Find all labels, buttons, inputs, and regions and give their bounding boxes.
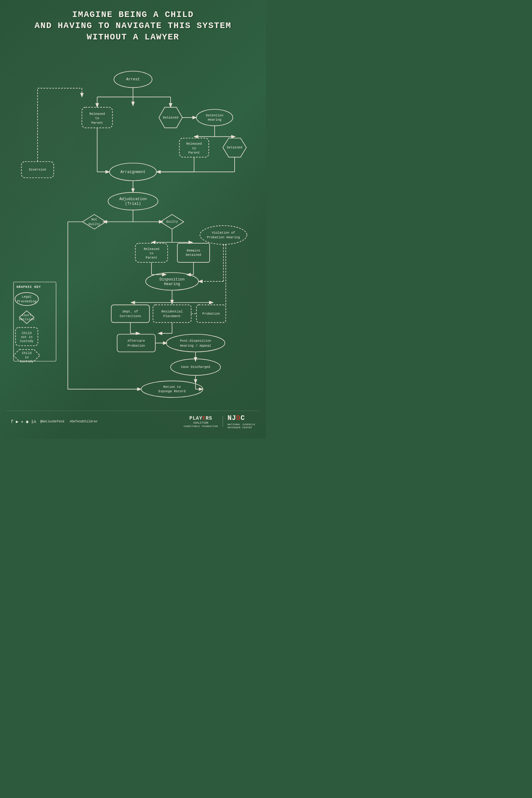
svg-text:Child: Child (22, 331, 32, 335)
svg-text:Released: Released (89, 112, 105, 116)
arrest-label: Arrest (126, 77, 140, 81)
svg-text:Hearing: Hearing (208, 118, 221, 121)
svg-text:to: to (192, 147, 196, 150)
svg-text:Guilty: Guilty (88, 222, 100, 226)
svg-text:(Trial): (Trial) (125, 202, 141, 206)
title-line1: IMAGINE BEING A CHILD (12, 9, 254, 20)
svg-text:to: to (95, 117, 99, 120)
main-container: IMAGINE BEING A CHILD AND HAVING TO NAVI… (0, 0, 266, 439)
svg-point-114 (15, 292, 38, 305)
svg-text:Placement: Placement (164, 314, 181, 318)
svg-rect-81 (153, 305, 191, 322)
flowchart-svg: .chalk-text { fill: #f5f0e8; font-family… (6, 54, 260, 407)
svg-text:in: in (25, 356, 28, 359)
footer: f ▶ ✦ ◉ in @NatJuvDefend #DefendChildren… (6, 411, 260, 432)
svg-text:Remains: Remains (187, 249, 200, 252)
svg-text:Hearing / Appeal: Hearing / Appeal (180, 344, 211, 347)
svg-text:Probation Hearing: Probation Hearing (207, 235, 240, 239)
svg-text:Residential: Residential (161, 310, 183, 314)
svg-text:Post-Disposition: Post-Disposition (180, 339, 211, 343)
svg-text:Released: Released (144, 247, 159, 251)
svg-text:Arraignment: Arraignment (120, 170, 146, 174)
svg-text:Detention: Detention (206, 114, 224, 117)
svg-text:Parent: Parent (188, 151, 200, 155)
svg-text:Decision: Decision (19, 318, 35, 321)
flowchart-area: .chalk-text { fill: #f5f0e8; font-family… (6, 54, 260, 407)
svg-text:Custody: Custody (20, 339, 34, 343)
title-line2: AND HAVING TO NAVIGATE THIS SYSTEM (12, 20, 254, 32)
linkedin-icon[interactable]: in (31, 419, 36, 424)
svg-text:Child: Child (22, 352, 32, 355)
svg-text:Legal: Legal (22, 295, 32, 299)
njdc-line1: NATIONAL JUVENILE (228, 423, 255, 426)
svg-text:Not: Not (92, 218, 97, 222)
svg-point-104 (141, 381, 203, 397)
social-handles: @NatJuvDefend #DefendChildren (40, 420, 98, 423)
youtube-icon[interactable]: ▶ (16, 419, 18, 424)
twitter-handle: @NatJuvDefend (40, 420, 64, 423)
svg-text:Parent: Parent (92, 121, 103, 125)
svg-point-15 (196, 109, 233, 126)
svg-text:Court: Court (22, 314, 32, 318)
title-line3: WITHOUT A LAWYER (12, 32, 254, 43)
svg-text:Probation: Probation (128, 344, 145, 347)
njdc-logo: NJDC NATIONAL JUVENILE DEFENDER CENTER (228, 414, 255, 429)
svg-text:Case Discharged: Case Discharged (181, 365, 210, 369)
svg-text:Violation of: Violation of (212, 231, 235, 235)
svg-text:Adjudication: Adjudication (119, 197, 147, 201)
svg-text:Custody: Custody (20, 360, 34, 363)
svg-marker-47 (82, 214, 106, 229)
pc-name: PLAYERS (184, 416, 218, 421)
njdc-line2: DEFENDER CENTER (228, 426, 255, 429)
svg-rect-78 (111, 305, 149, 322)
njdc-abbr: NJDC (228, 414, 255, 423)
svg-text:Proceeding: Proceeding (17, 300, 36, 303)
twitter-icon[interactable]: ✦ (21, 419, 23, 424)
social-section: f ▶ ✦ ◉ in @NatJuvDefend #DefendChildren (11, 419, 98, 424)
instagram-icon[interactable]: ◉ (26, 419, 28, 424)
svg-text:Disposition: Disposition (159, 278, 185, 282)
svg-text:Motion to: Motion to (164, 385, 181, 389)
svg-rect-93 (117, 334, 155, 352)
svg-text:Dept. of: Dept. of (122, 310, 138, 314)
svg-text:Detained: Detained (227, 146, 242, 149)
hashtag: #DefendChildren (70, 420, 98, 423)
pc-full-name: COALITION (184, 421, 218, 425)
svg-text:Corrections: Corrections (120, 314, 141, 318)
svg-text:Parent: Parent (146, 256, 157, 260)
svg-text:Detained: Detained (186, 253, 201, 257)
svg-text:Released: Released (186, 142, 202, 146)
svg-text:Diversion: Diversion (29, 168, 46, 172)
main-title: IMAGINE BEING A CHILD AND HAVING TO NAVI… (6, 6, 260, 46)
facebook-icon[interactable]: f (11, 419, 13, 424)
svg-text:GRAPHIC KEY: GRAPHIC KEY (16, 285, 41, 289)
logos-section: PLAYERS COALITION CHARITABLE FOUNDATION … (184, 414, 255, 429)
svg-text:Aftercare: Aftercare (128, 339, 145, 343)
svg-point-52 (200, 226, 247, 244)
svg-text:Hearing: Hearing (164, 282, 180, 286)
svg-point-97 (166, 334, 225, 352)
svg-text:Probation: Probation (202, 312, 220, 316)
svg-text:Guilty: Guilty (166, 220, 178, 224)
svg-text:to: to (150, 251, 154, 255)
svg-text:Detained: Detained (163, 116, 178, 119)
svg-text:Expunge Record: Expunge Record (158, 390, 186, 394)
pc-subtitle: CHARITABLE FOUNDATION (184, 425, 218, 428)
players-coalition-logo: PLAYERS COALITION CHARITABLE FOUNDATION (184, 416, 218, 428)
svg-text:not in: not in (21, 335, 33, 339)
